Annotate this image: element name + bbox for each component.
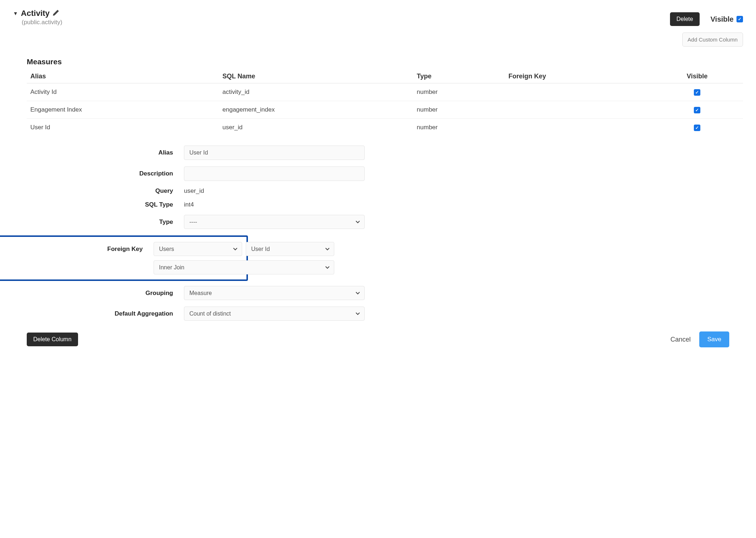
cell-visible [651, 101, 743, 119]
default-aggregation-select[interactable]: Count of distinct [184, 307, 365, 321]
title-line: ▼ Activity [13, 9, 62, 18]
fk-controls: Users User Id [154, 242, 334, 256]
visible-checkbox[interactable] [736, 16, 743, 22]
grouping-select[interactable]: Measure [184, 286, 365, 300]
label-fk: Foreign Key [28, 246, 143, 253]
cell-visible [651, 83, 743, 101]
col-header-type: Type [413, 70, 505, 83]
cell-sqlname: engagement_index [219, 101, 413, 119]
form-row-description: Description [27, 166, 743, 181]
form-row-fk-top: Foreign Key Users User Id [28, 242, 246, 256]
type-select[interactable]: ---- [184, 215, 365, 229]
col-header-sqlname: SQL Name [219, 70, 413, 83]
measures-section: Measures Alias SQL Name Type Foreign Key… [27, 57, 743, 321]
row-visible-checkbox[interactable] [694, 107, 700, 113]
page-subtitle: (public.activity) [22, 19, 62, 26]
header: ▼ Activity (public.activity) Delete Visi… [13, 9, 743, 26]
sqltype-value: int4 [184, 201, 194, 208]
measures-table: Alias SQL Name Type Foreign Key Visible … [27, 70, 743, 136]
table-row[interactable]: Engagement Index engagement_index number [27, 101, 743, 119]
form-row-query: Query user_id [27, 187, 743, 195]
table-row[interactable]: User Id user_id number [27, 119, 743, 136]
cell-type: number [413, 83, 505, 101]
cell-sqlname: activity_id [219, 83, 413, 101]
label-sqltype: SQL Type [27, 201, 173, 208]
alias-input[interactable] [184, 146, 365, 160]
description-input[interactable] [184, 166, 365, 181]
cell-fk [505, 101, 651, 119]
footer: Delete Column Cancel Save [13, 331, 743, 347]
delete-column-button[interactable]: Delete Column [27, 333, 78, 346]
header-left: ▼ Activity (public.activity) [13, 9, 62, 26]
table-row[interactable]: Activity Id activity_id number [27, 83, 743, 101]
collapse-toggle-icon[interactable]: ▼ [13, 10, 18, 16]
cell-alias: Engagement Index [27, 101, 219, 119]
form-row-fk-join: Inner Join [28, 260, 246, 274]
label-defaultagg: Default Aggregation [27, 310, 173, 317]
fk-table-select[interactable]: Users [154, 242, 242, 256]
label-grouping: Grouping [27, 290, 173, 297]
form-row-defaultagg: Default Aggregation Count of distinct [27, 307, 743, 321]
delete-button[interactable]: Delete [670, 12, 700, 26]
col-header-visible: Visible [651, 70, 743, 83]
form-row-sqltype: SQL Type int4 [27, 201, 743, 208]
cancel-link[interactable]: Cancel [670, 336, 691, 343]
fk-join-select[interactable]: Inner Join [154, 260, 334, 274]
table-header-row: Alias SQL Name Type Foreign Key Visible [27, 70, 743, 83]
row-visible-checkbox[interactable] [694, 125, 700, 131]
col-header-alias: Alias [27, 70, 219, 83]
save-button[interactable]: Save [699, 331, 729, 347]
fk-column-select[interactable]: User Id [246, 242, 334, 256]
label-description: Description [27, 170, 173, 177]
page-title: Activity [21, 9, 50, 18]
row-visible-checkbox[interactable] [694, 89, 700, 96]
header-right: Delete Visible [670, 9, 743, 26]
cell-fk [505, 83, 651, 101]
form-row-grouping: Grouping Measure [27, 286, 743, 300]
cell-fk [505, 119, 651, 136]
foreign-key-highlight-box: Foreign Key Users User Id Inner Join [0, 235, 248, 281]
label-query: Query [27, 187, 173, 195]
cell-type: number [413, 101, 505, 119]
add-custom-column-button[interactable]: Add Custom Column [682, 32, 743, 47]
label-alias: Alias [27, 149, 173, 156]
footer-right: Cancel Save [670, 331, 729, 347]
form-row-alias: Alias [27, 146, 743, 160]
label-type: Type [27, 218, 173, 226]
measures-section-title: Measures [27, 57, 743, 66]
cell-alias: Activity Id [27, 83, 219, 101]
cell-type: number [413, 119, 505, 136]
subheader-row: Add Custom Column [13, 32, 743, 47]
cell-visible [651, 119, 743, 136]
cell-sqlname: user_id [219, 119, 413, 136]
visible-label: Visible [710, 15, 734, 23]
col-header-fk: Foreign Key [505, 70, 651, 83]
column-detail-form: Alias Description Query user_id SQL Type… [27, 146, 743, 321]
cell-alias: User Id [27, 119, 219, 136]
form-row-type: Type ---- [27, 215, 743, 229]
edit-title-icon[interactable] [52, 9, 60, 18]
query-value: user_id [184, 187, 204, 195]
visible-toggle-group: Visible [710, 15, 743, 23]
